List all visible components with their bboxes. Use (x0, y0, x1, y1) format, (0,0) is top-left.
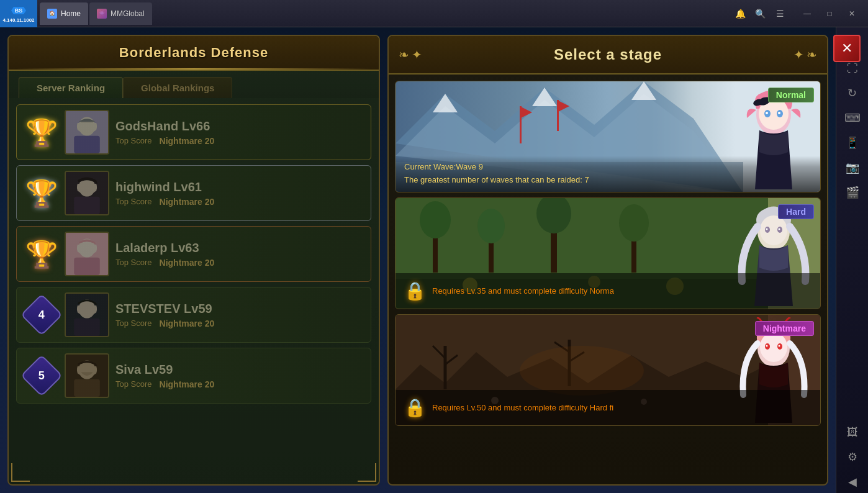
rank-score-value-2: Nightmare 20 (160, 197, 215, 207)
bs-tabs: 🏠 Home 👾 MMGlobal (37, 0, 152, 27)
rankings-list: 🏆 (9, 98, 379, 484)
left-swirl2-icon: ✦ (412, 47, 422, 62)
normal-difficulty-label: Normal (776, 90, 806, 100)
home-tab[interactable]: 🏠 Home (40, 2, 88, 25)
game-area: ✕ Borderlands Defense Server Ranking Glo… (0, 27, 868, 493)
rank-badge-1: 🏆 (24, 111, 58, 154)
rank-number-4: 4 (38, 308, 44, 321)
notification-icon[interactable]: 🔔 (731, 5, 749, 22)
sidebar-rotate-icon[interactable]: ↻ (841, 82, 864, 104)
rank-badge-5: 5 (24, 354, 58, 397)
menu-icon[interactable]: ☰ (771, 5, 789, 22)
rank-item-2[interactable]: 🏆 (16, 165, 371, 221)
server-ranking-tab[interactable]: Server Ranking (19, 77, 123, 98)
right-swirl2-icon: ❧ (807, 47, 817, 62)
rank-name-4: STEVSTEV Lv59 (115, 302, 363, 316)
rank-item-5[interactable]: 5 (16, 348, 371, 404)
rank-score-value-5: Nightmare 20 (160, 379, 215, 389)
mmglobal-tab[interactable]: 👾 MMGlobal (89, 2, 152, 25)
stage-hard-badge: Hard (778, 204, 814, 219)
sidebar-camera-icon[interactable]: 📷 (841, 156, 864, 179)
bluestacks-logo: BS 4.140.11.1002 (0, 0, 37, 27)
avatar-4 (65, 292, 109, 337)
svg-rect-25 (74, 258, 100, 275)
home-tab-label: Home (61, 9, 81, 18)
stage-normal-card[interactable]: Normal Current Wave:Wave 9 The greatest … (395, 81, 821, 192)
corner-decoration-bl (11, 463, 30, 482)
server-ranking-label: Server Ranking (37, 83, 105, 93)
rank-info-2: highwind Lv61 Top Score Nightmare 20 (115, 180, 363, 207)
trophy-bronze-icon: 🏆 (25, 239, 58, 269)
rank-score-row-1: Top Score Nightmare 20 (115, 136, 363, 146)
rank-name-2: highwind Lv61 (115, 180, 363, 194)
global-rankings-label: Global Rankings (141, 83, 214, 93)
home-tab-icon: 🏠 (47, 9, 57, 19)
svg-point-58 (619, 204, 649, 242)
rank-item-3[interactable]: 🏆 (16, 226, 371, 282)
rank-score-row-2: Top Score Nightmare 20 (115, 197, 363, 207)
svg-point-68 (779, 228, 780, 230)
sidebar-settings-icon[interactable]: ⚙ (841, 446, 864, 468)
corner-decoration-br (358, 463, 376, 482)
panel-title: Borderlands Defense (9, 36, 379, 71)
svg-point-85 (779, 345, 780, 347)
avatar-placeholder-3 (66, 233, 108, 275)
nightmare-lock-text: Requires Lv.50 and must complete difficu… (432, 403, 613, 412)
minimize-button[interactable]: — (796, 5, 818, 22)
sidebar-video-icon[interactable]: 🎬 (841, 181, 864, 204)
search-icon[interactable]: 🔍 (751, 5, 769, 22)
rank-score-value-3: Nightmare 20 (160, 258, 215, 268)
title-deco-left: ❧ ✦ (399, 47, 422, 62)
nightmare-difficulty-label: Nightmare (763, 323, 806, 333)
global-rankings-tab[interactable]: Global Rankings (123, 77, 232, 98)
svg-point-67 (766, 228, 768, 230)
sidebar-phone-icon[interactable]: 📱 (841, 132, 864, 154)
rank-info-1: GodsHand Lv66 Top Score Nightmare 20 (115, 119, 363, 146)
svg-rect-28 (74, 319, 100, 336)
avatar-3 (65, 232, 109, 276)
ranking-tabs: Server Ranking Global Rankings (9, 71, 379, 98)
stage-hard-card[interactable]: Hard 🔒 Requires Lv.35 and must complete … (395, 197, 821, 309)
sidebar-keyboard-icon[interactable]: ⌨ (841, 107, 864, 129)
rank-badge-3: 🏆 (24, 232, 58, 276)
svg-rect-18 (74, 136, 100, 153)
svg-point-54 (477, 209, 505, 243)
svg-point-46 (766, 112, 768, 114)
stage-nightmare-badge: Nightmare (755, 321, 814, 336)
stage-hard-locked: 🔒 Requires Lv.35 and must complete diffi… (396, 273, 820, 309)
rank-score-label-1: Top Score (115, 136, 152, 145)
panel-title-text: Borderlands Defense (119, 45, 268, 61)
avatar-1 (65, 110, 109, 155)
svg-point-79 (520, 346, 644, 396)
avatar-placeholder-4 (66, 294, 108, 336)
panel-close-button[interactable]: ✕ (833, 35, 861, 62)
rank-number-badge-4: 4 (20, 294, 63, 336)
close-icon: ✕ (841, 40, 852, 57)
rank-score-row-5: Top Score Nightmare 20 (115, 379, 363, 389)
stage-nightmare-card[interactable]: Nightmare 🔒 Requires Lv.50 and must comp… (395, 314, 821, 426)
rank-badge-2: 🏆 (24, 171, 58, 215)
svg-text:BS: BS (15, 7, 23, 14)
svg-point-84 (766, 345, 768, 347)
maximize-button[interactable]: □ (818, 5, 841, 22)
window-controls: — □ ✕ (796, 5, 863, 22)
bs-version: 4.140.11.1002 (2, 17, 34, 24)
svg-point-81 (760, 332, 787, 362)
rank-item-1[interactable]: 🏆 (16, 104, 371, 160)
stage-select-title-bar: ❧ ✦ Select a stage ✦ ❧ (389, 36, 827, 75)
stage-select-title: Select a stage (554, 46, 662, 63)
rank-score-value-1: Nightmare 20 (160, 136, 215, 146)
svg-point-47 (778, 112, 780, 114)
rank-item-4[interactable]: 4 (16, 287, 371, 343)
rank-number-badge-5: 5 (20, 355, 63, 397)
title-deco-right: ✦ ❧ (793, 47, 817, 62)
sidebar-media-icon[interactable]: 🖼 (841, 421, 864, 443)
stage-nightmare-locked: 🔒 Requires Lv.50 and must complete diffi… (396, 390, 820, 425)
avatar-5 (65, 353, 109, 398)
rank-score-row-4: Top Score Nightmare 20 (115, 319, 363, 328)
window-close-button[interactable]: ✕ (841, 5, 863, 22)
sidebar-back-icon[interactable]: ◀ (841, 471, 864, 493)
mmglobal-tab-icon: 👾 (97, 9, 107, 19)
hard-lock-icon: 🔒 (404, 281, 426, 301)
stage-select-panel: ❧ ✦ Select a stage ✦ ❧ (387, 35, 828, 486)
